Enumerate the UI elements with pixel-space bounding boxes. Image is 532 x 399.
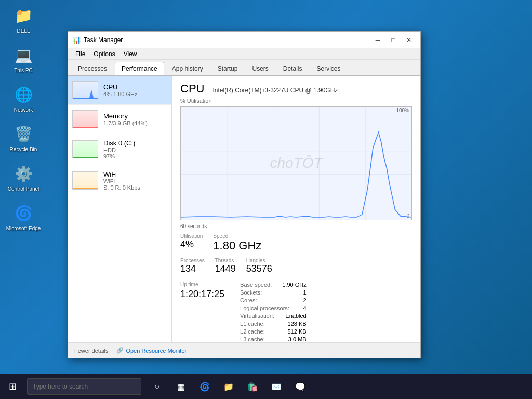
graph-label-min: 0	[406, 213, 409, 219]
search-input[interactable]	[33, 383, 136, 390]
task-manager-window: 📊 Task Manager ─ □ ✕ File Options View P…	[68, 31, 421, 358]
stats-detail: Up time 1:20:17:25 Base speed: 1.90 GHz …	[180, 282, 412, 342]
start-button[interactable]: ⊞	[0, 374, 25, 399]
taskbar-cortana-icon[interactable]: ○	[147, 376, 167, 397]
desktop-icon-control-panel[interactable]: ⚙️ Control Panel	[5, 163, 42, 192]
virtualisation-label: Virtualisation:	[240, 313, 274, 319]
sidebar-item-disk[interactable]: Disk 0 (C:) HDD 97%	[68, 134, 171, 165]
processes-stat: Processes 134	[180, 258, 205, 274]
menu-options[interactable]: Options	[89, 49, 119, 59]
graph-time-label: 60 seconds	[180, 223, 412, 229]
desktop-icon-dell-label: DELL	[17, 28, 30, 34]
cores-row: Cores: 2	[240, 297, 307, 303]
task-manager-icon: 📊	[72, 36, 81, 44]
cpu-main-panel: CPU Intel(R) Core(TM) i3-3227U CPU @ 1.9…	[172, 76, 420, 342]
cpu-sidebar-detail: 4% 1.80 GHz	[103, 91, 137, 97]
wifi-sidebar-info: WiFi WiFi S: 0 R: 0 Kbps	[103, 170, 140, 191]
taskbar-chat-icon[interactable]: 🗨️	[290, 376, 311, 397]
titlebar: 📊 Task Manager ─ □ ✕	[68, 32, 420, 48]
minimize-button[interactable]: ─	[370, 35, 385, 45]
l2-row: L2 cache: 512 KB	[240, 328, 307, 335]
memory-thumbnail	[72, 110, 98, 128]
threads-value: 1449	[215, 263, 236, 274]
tab-bar: Processes Performance App history Startu…	[68, 60, 420, 76]
l2-label: L2 cache:	[240, 328, 265, 335]
disk-thumbnail	[72, 140, 98, 158]
base-speed-row: Base speed: 1.90 GHz	[240, 282, 307, 288]
fewer-details-button[interactable]: Fewer details	[74, 348, 108, 354]
cpu-thumbnail	[72, 81, 98, 99]
base-speed-value: 1.90 GHz	[282, 282, 306, 288]
menubar: File Options View	[68, 48, 420, 60]
sockets-value: 1	[303, 289, 307, 296]
content-area: CPU 4% 1.80 GHz Memory 1.7/3.9 GB (44%)	[68, 76, 420, 342]
resource-monitor-icon: 🔗	[116, 347, 124, 354]
logical-label: Logical processors:	[240, 305, 289, 311]
menu-view[interactable]: View	[119, 49, 141, 59]
tab-performance[interactable]: Performance	[115, 62, 164, 75]
sidebar-item-cpu[interactable]: CPU 4% 1.80 GHz	[68, 76, 171, 105]
base-speed-label: Base speed:	[240, 282, 272, 288]
utilisation-stat: Utilisation 4%	[180, 233, 203, 252]
sidebar-item-memory[interactable]: Memory 1.7/3.9 GB (44%)	[68, 105, 171, 134]
window-controls: ─ □ ✕	[370, 35, 416, 45]
disk-sidebar-detail1: HDD	[103, 147, 135, 153]
uptime-col: Up time 1:20:17:25	[180, 282, 224, 342]
disk-sidebar-info: Disk 0 (C:) HDD 97%	[103, 139, 135, 159]
stats-row-2: Processes 134 Threads 1449 Handles 53576	[180, 258, 412, 274]
desktop-icon-this-pc[interactable]: 💻 This PC	[5, 45, 42, 74]
cpu-graph: 100% choTÔT	[180, 106, 412, 220]
desktop-icon-network-label: Network	[14, 107, 33, 113]
tab-details[interactable]: Details	[276, 62, 309, 75]
utilisation-label: Utilisation	[180, 233, 203, 239]
virtualisation-row: Virtualisation: Enabled	[240, 313, 307, 319]
recycle-bin-icon: 🗑️	[13, 124, 34, 144]
desktop-icon-this-pc-label: This PC	[14, 68, 33, 74]
wifi-sidebar-detail2: S: 0 R: 0 Kbps	[103, 184, 140, 191]
l3-value: 3.0 MB	[288, 336, 307, 342]
memory-sidebar-info: Memory 1.7/3.9 GB (44%)	[103, 112, 148, 126]
taskbar-files-icon[interactable]: 📁	[218, 376, 239, 397]
open-resource-monitor-link[interactable]: 🔗 Open Resource Monitor	[116, 347, 187, 354]
sidebar: CPU 4% 1.80 GHz Memory 1.7/3.9 GB (44%)	[68, 76, 172, 342]
desktop: 📁 DELL 💻 This PC 🌐 Network 🗑️ Recycle Bi…	[0, 0, 532, 399]
processes-value: 134	[180, 263, 205, 274]
taskbar-task-view-icon[interactable]: ▦	[170, 376, 191, 397]
graph-label-max: 100%	[396, 108, 409, 113]
search-bar[interactable]	[27, 378, 141, 395]
taskbar-mail-icon[interactable]: ✉️	[266, 376, 287, 397]
tab-app-history[interactable]: App history	[165, 62, 210, 75]
stats-row-1: Utilisation 4% Speed 1.80 GHz	[180, 233, 412, 252]
speed-stat: Speed 1.80 GHz	[213, 233, 261, 252]
wifi-thumbnail	[72, 171, 98, 190]
desktop-icon-network[interactable]: 🌐 Network	[5, 84, 42, 113]
taskbar-edge-icon[interactable]: 🌀	[194, 376, 215, 397]
taskbar: ⊞ ○ ▦ 🌀 📁 🛍️ ✉️ 🗨️	[0, 374, 532, 399]
desktop-icon-recycle[interactable]: 🗑️ Recycle Bin	[5, 124, 42, 153]
details-col-left: Base speed: 1.90 GHz Sockets: 1 Cores: 2	[240, 282, 307, 342]
desktop-icon-edge[interactable]: 🌀 Microsoft Edge	[5, 203, 42, 232]
speed-label: Speed	[213, 233, 261, 239]
control-panel-icon: ⚙️	[13, 163, 34, 184]
sidebar-item-wifi[interactable]: WiFi WiFi S: 0 R: 0 Kbps	[68, 165, 171, 196]
tab-users[interactable]: Users	[245, 62, 275, 75]
tab-services[interactable]: Services	[310, 62, 348, 75]
sockets-label: Sockets:	[240, 289, 262, 296]
cores-value: 2	[303, 297, 307, 303]
edge-icon: 🌀	[13, 203, 34, 223]
threads-label: Threads	[215, 258, 236, 263]
desktop-icon-dell[interactable]: 📁 DELL	[5, 5, 42, 34]
tab-startup[interactable]: Startup	[211, 62, 245, 75]
logical-value: 4	[303, 305, 307, 311]
maximize-button[interactable]: □	[386, 35, 401, 45]
threads-stat: Threads 1449	[215, 258, 236, 274]
uptime-value: 1:20:17:25	[180, 289, 224, 300]
tab-processes[interactable]: Processes	[71, 62, 114, 75]
memory-sidebar-name: Memory	[103, 112, 148, 120]
wifi-sidebar-name: WiFi	[103, 170, 140, 178]
close-button[interactable]: ✕	[402, 35, 416, 45]
utilisation-value: 4%	[180, 239, 203, 250]
l1-value: 128 KB	[288, 321, 307, 327]
taskbar-store-icon[interactable]: 🛍️	[242, 376, 263, 397]
menu-file[interactable]: File	[71, 49, 89, 59]
